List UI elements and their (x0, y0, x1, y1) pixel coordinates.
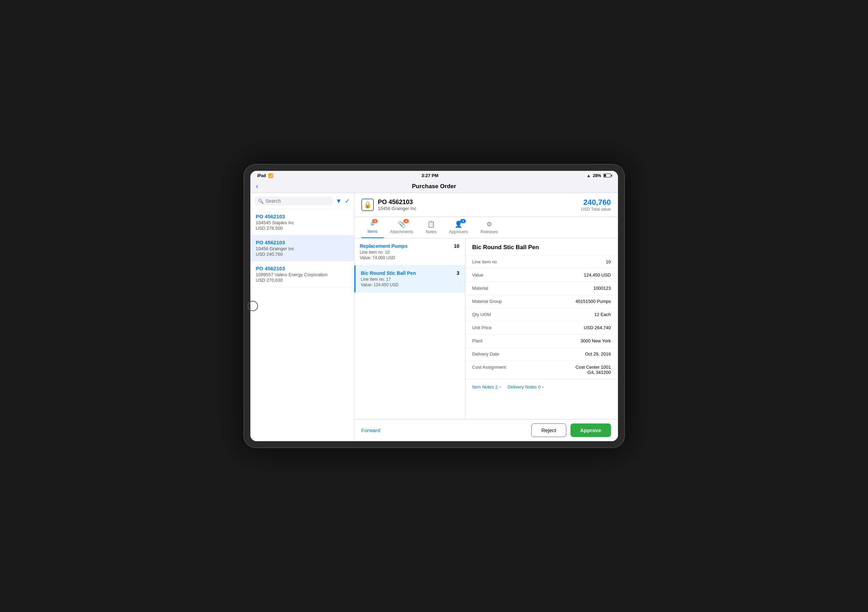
location-icon: ▲ (587, 173, 591, 178)
item-line-2: Line Item no: 17 (361, 277, 459, 282)
po-amount-3: USD 270,630 (256, 278, 349, 283)
detail-notes: Item Notes 2 › Delivery Notes 0 › (465, 379, 618, 394)
tab-approvers-label: Approvers (449, 229, 468, 234)
detail-label-0: Line Item no (472, 259, 497, 264)
detail-row-4: Qty UOM 12 Each (465, 308, 618, 321)
tab-notes[interactable]: 📋 Notes (420, 217, 443, 238)
reject-button[interactable]: Reject (531, 423, 566, 437)
tab-approvers[interactable]: 👤 3 Approvers (443, 217, 474, 238)
po-list: PO 4562103 104545 Staples Inc USD 278,50… (250, 209, 354, 441)
search-input-wrap[interactable]: 🔍 (254, 196, 333, 206)
home-button[interactable] (248, 301, 258, 311)
item-row-1[interactable]: Replacement Pumps 10 Line Item no: 10 Va… (354, 238, 465, 266)
po-number-3: PO 4562103 (256, 266, 349, 271)
po-header-right: 240,760 USD Total value (581, 198, 611, 212)
forward-link[interactable]: Forward (361, 427, 380, 433)
footer: Forward Reject Approve (354, 419, 618, 441)
search-bar-container: 🔍 ▼ ✓ (250, 193, 354, 209)
tab-notes-label: Notes (426, 229, 437, 234)
po-header: 🔒 PO 4562103 10456 Grainger Inc 240,760 … (354, 193, 618, 217)
detail-label-8: Cost Assignment (472, 365, 506, 370)
nav-title: Purchase Order (412, 183, 456, 190)
tab-releases[interactable]: ⚙ Releases (474, 217, 504, 238)
footer-buttons: Reject Approve (531, 423, 611, 437)
tab-items[interactable]: ≡ 2 Items (361, 217, 384, 238)
po-item-1[interactable]: PO 4562103 104545 Staples Inc USD 278,50… (250, 209, 354, 235)
content-area: 🔒 PO 4562103 10456 Grainger Inc 240,760 … (354, 193, 618, 441)
item-name-2: Bic Round Stic Ball Pen (361, 270, 416, 276)
tab-releases-label: Releases (480, 229, 498, 234)
delivery-notes-link[interactable]: Delivery Notes 0 › (508, 384, 544, 389)
po-item-3[interactable]: PO 4562103 1099557 Valero Energy Corpora… (250, 261, 354, 287)
detail-value-2: 1000123 (593, 286, 611, 291)
status-time: 3:27 PM (422, 173, 438, 178)
items-badge: 2 (372, 219, 378, 223)
items-icon: ≡ 2 (371, 220, 375, 228)
notes-icon: 📋 (427, 220, 435, 228)
tabs-bar: ≡ 2 Items 📎 4 Attachments 📋 (354, 217, 618, 238)
item-notes-label: Item Notes 2 (472, 384, 498, 389)
attachments-badge: 4 (403, 219, 409, 223)
releases-icon: ⚙ (487, 220, 492, 228)
detail-row-0: Line Item no 10 (465, 255, 618, 269)
wifi-icon: 📶 (268, 173, 273, 178)
nav-bar: ‹ Purchase Order (250, 180, 618, 193)
back-button[interactable]: ‹ (256, 182, 258, 191)
detail-value-7: Oct 29, 2016 (585, 351, 611, 357)
detail-label-7: Delivery Date (472, 351, 499, 357)
detail-row-7: Delivery Date Oct 29, 2016 (465, 348, 618, 361)
filter-icon[interactable]: ▼ (336, 198, 342, 205)
item-line-1: Line Item no: 10 (360, 250, 459, 255)
lock-icon: 🔒 (361, 199, 374, 211)
items-panel: Replacement Pumps 10 Line Item no: 10 Va… (354, 238, 465, 419)
detail-value-4: 12 Each (594, 312, 611, 317)
po-total-label: USD Total value (581, 207, 611, 212)
tab-items-label: Items (367, 229, 378, 234)
status-bar: iPad 📶 3:27 PM ▲ 28% (250, 171, 618, 180)
detail-row-8: Cost Assignment Cost Center 1001 G/L 341… (465, 361, 618, 379)
detail-row-5: Unit Price USD 264,740 (465, 321, 618, 334)
item-value-2: Value: 124.450 USD (361, 283, 459, 287)
battery-percent: 28% (593, 173, 601, 178)
item-count-2: 3 (457, 270, 459, 276)
tab-attachments-label: Attachments (390, 229, 413, 234)
po-number-1: PO 4562103 (256, 213, 349, 219)
item-row-2[interactable]: Bic Round Stic Ball Pen 3 Line Item no: … (354, 266, 465, 292)
detail-value-5: USD 264,740 (584, 325, 611, 330)
detail-label-1: Value (472, 272, 484, 278)
po-id: PO 4562103 (378, 199, 417, 206)
po-item-2[interactable]: PO 4562103 10456 Grainger Inc USD 240,76… (250, 235, 354, 261)
detail-value-8: Cost Center 1001 G/L 341200 (576, 365, 611, 375)
approve-button[interactable]: Approve (570, 423, 611, 437)
po-vendor-2: 10456 Grainger Inc (256, 246, 349, 251)
battery-icon (603, 174, 611, 178)
checkmark-icon[interactable]: ✓ (345, 197, 350, 205)
tab-attachments[interactable]: 📎 4 Attachments (384, 217, 420, 238)
item-notes-link[interactable]: Item Notes 2 › (472, 384, 501, 389)
item-count-1: 10 (454, 243, 459, 249)
attachments-icon: 📎 4 (398, 220, 405, 228)
delivery-notes-label: Delivery Notes 0 (508, 384, 541, 389)
po-vendor-3: 1099557 Valero Energy Corporation (256, 272, 349, 277)
po-number-2: PO 4562103 (256, 240, 349, 245)
device-label: iPad (257, 173, 266, 178)
detail-row-1: Value 124,450 USD (465, 269, 618, 282)
approvers-badge: 3 (460, 219, 466, 223)
po-company: 10456 Grainger Inc (378, 206, 417, 211)
detail-panel: Bic Round Stic Ball Pen Line Item no 10 … (465, 238, 618, 419)
po-amount-2: USD 240,760 (256, 252, 349, 257)
detail-label-5: Unit Price (472, 325, 492, 330)
detail-row-3: Material Group 40151500 Pumps (465, 295, 618, 308)
search-icon: 🔍 (258, 199, 264, 204)
detail-label-6: Plant (472, 338, 483, 343)
detail-row-6: Plant 3000 New York (465, 334, 618, 348)
detail-value-3: 40151500 Pumps (576, 299, 611, 304)
detail-label-2: Material (472, 286, 488, 291)
sidebar: 🔍 ▼ ✓ PO 4562103 104545 Staples Inc USD … (250, 193, 354, 441)
po-vendor-1: 104545 Staples Inc (256, 220, 349, 225)
search-input[interactable] (266, 198, 329, 204)
detail-title: Bic Round Stic Ball Pen (465, 238, 618, 255)
approvers-icon: 👤 3 (455, 220, 462, 228)
item-name-1: Replacement Pumps (360, 243, 408, 249)
detail-value-0: 10 (606, 259, 611, 264)
